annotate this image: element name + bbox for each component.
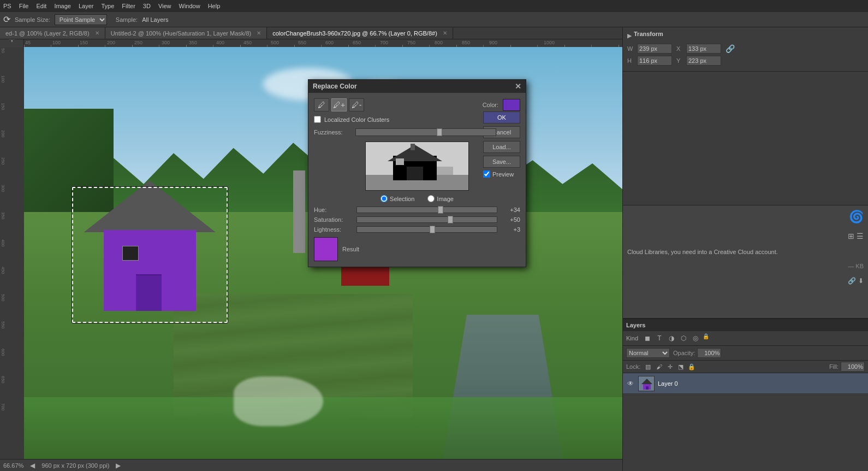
menu-3d[interactable]: 3D [143, 3, 151, 9]
tab-3[interactable]: colorChangeBrush3-960x720.jpg @ 66.7% (L… [267, 27, 453, 39]
eyedropper-normal-btn[interactable]: 🖊 [314, 98, 329, 111]
tab-3-label: colorChangeBrush3-960x720.jpg @ 66.7% (L… [272, 30, 437, 37]
replace-color-dialog[interactable]: Replace Color ✕ OK Cancel Load... Save..… [308, 79, 526, 267]
tab-2-close[interactable]: ✕ [257, 30, 261, 36]
color-swatch[interactable] [503, 99, 520, 111]
download-btn[interactable]: ⬇ [858, 277, 864, 285]
menu-window[interactable]: Window [179, 3, 200, 9]
shape-filter-icon[interactable]: ⬡ [679, 333, 688, 343]
result-swatch[interactable] [314, 237, 338, 261]
selection-radio-item[interactable]: Selection [381, 195, 414, 202]
tabs-bar: ed-1 @ 100% (Layer 2, RGB/8) ✕ Untitled-… [0, 27, 622, 39]
barn-structure [84, 195, 216, 310]
adjustment-filter-icon[interactable]: ◑ [667, 333, 676, 343]
eyedropper-subtract-btn[interactable]: 🖊- [349, 98, 364, 111]
ps-logo[interactable]: PS [3, 3, 11, 9]
saturation-track[interactable] [356, 216, 497, 223]
y-input[interactable]: 223 px [686, 56, 721, 66]
grid-view-icon[interactable]: ⊞ [848, 232, 854, 240]
list-view-icon[interactable]: ☰ [857, 232, 864, 240]
layer-name: Layer 0 [658, 380, 678, 387]
menu-help[interactable]: Help [208, 3, 221, 9]
svg-rect-4 [407, 167, 423, 180]
width-input[interactable]: 239 px [637, 44, 672, 54]
height-input[interactable]: 116 px [637, 56, 672, 66]
eyedropper-row: 🖊 🖊+ 🖊- Color: [314, 98, 520, 111]
document-dimensions: 960 px x 720 px (300 ppi) [41, 462, 109, 469]
ruler-vertical: 50 100 150 200 250 300 350 400 450 500 5… [0, 47, 24, 459]
layer-thumbnail [638, 376, 655, 391]
load-button[interactable]: Load... [483, 141, 520, 153]
image-radio-item[interactable]: Image [427, 195, 454, 202]
lock-all-icon[interactable]: 🔒 [687, 362, 696, 371]
localized-clusters-label: Localized Color Clusters [324, 116, 389, 123]
windmill-pole [293, 170, 305, 253]
text-filter-icon[interactable]: T [655, 333, 664, 343]
preview-checkbox[interactable] [483, 170, 490, 178]
sample-size-select[interactable]: Point Sample [55, 14, 107, 25]
tab-2[interactable]: Untitled-2 @ 100% (Hue/Saturation 1, Lay… [105, 27, 267, 39]
tab-3-close[interactable]: ✕ [443, 30, 447, 36]
lightness-thumb[interactable] [430, 226, 435, 233]
x-input[interactable]: 133 px [686, 44, 721, 54]
menu-type[interactable]: Type [102, 3, 115, 9]
ok-button[interactable]: OK [483, 111, 520, 123]
hue-value: +34 [501, 207, 520, 213]
lock-filter-icon[interactable]: 🔒 [703, 333, 709, 343]
saturation-label: Saturation: [314, 216, 353, 223]
menu-view[interactable]: View [158, 3, 171, 9]
layer-filter-icons: ◼ T ◑ ⬡ ◎ 🔒 [643, 333, 709, 343]
pixel-filter-icon[interactable]: ◼ [643, 333, 652, 343]
lightness-track[interactable] [356, 226, 497, 233]
saturation-value: +50 [501, 216, 520, 223]
width-field: W 239 px [627, 44, 672, 54]
smart-filter-icon[interactable]: ◎ [691, 333, 700, 343]
link-btn[interactable]: 🔗 [848, 277, 856, 285]
wildflowers [234, 376, 323, 426]
link-icon[interactable]: 🔗 [726, 44, 735, 53]
layer-visibility-toggle[interactable]: 👁 [626, 379, 635, 388]
eye-icon: 👁 [627, 380, 634, 387]
fuzziness-thumb[interactable] [437, 128, 442, 136]
lock-transparent-icon[interactable]: ▧ [644, 362, 652, 371]
opacity-input[interactable]: 100% [697, 348, 721, 358]
selection-radio[interactable] [381, 195, 388, 202]
saturation-thumb[interactable] [448, 216, 453, 223]
lock-paint-icon[interactable]: 🖌 [655, 362, 663, 371]
zoom-nav-right[interactable]: ▶ [116, 462, 121, 469]
lock-position-icon[interactable]: ✛ [665, 362, 674, 371]
cloud-libraries-message: Cloud Libraries, you need into a Creativ… [627, 248, 864, 256]
zoom-nav-left[interactable]: ◀ [30, 462, 35, 469]
dialog-close-button[interactable]: ✕ [515, 82, 521, 91]
tab-1[interactable]: ed-1 @ 100% (Layer 2, RGB/8) ✕ [0, 27, 105, 39]
svg-rect-5 [396, 158, 404, 165]
eyedropper-add-icon: 🖊+ [333, 101, 345, 109]
menu-edit[interactable]: Edit [36, 3, 46, 9]
menu-layer[interactable]: Layer [79, 3, 94, 9]
barn-window [122, 246, 139, 261]
menu-image[interactable]: Image [54, 3, 71, 9]
layer-0-item[interactable]: 👁 Layer 0 [623, 373, 868, 394]
eyedropper-add-btn[interactable]: 🖊+ [331, 98, 347, 111]
save-button[interactable]: Save... [483, 156, 520, 168]
hue-thumb[interactable] [438, 206, 443, 214]
tab-1-close[interactable]: ✕ [95, 30, 99, 36]
fill-input[interactable]: 100% [841, 362, 865, 372]
options-bar: ⟳ Sample Size: Point Sample Sample: All … [0, 12, 868, 27]
menu-filter[interactable]: Filter [122, 3, 135, 9]
blend-mode-select[interactable]: Normal [626, 348, 670, 358]
fuzziness-track[interactable] [355, 128, 496, 136]
dialog-title-bar[interactable]: Replace Color ✕ [308, 80, 526, 93]
result-label: Result [342, 246, 359, 252]
lock-label: Lock: [626, 363, 640, 370]
menu-file[interactable]: File [19, 3, 29, 9]
saturation-row: Saturation: +50 [314, 216, 520, 223]
hue-track[interactable] [356, 207, 497, 213]
barn-body [104, 230, 196, 311]
localized-clusters-checkbox[interactable] [314, 116, 321, 123]
lock-artboard-icon[interactable]: ⬔ [676, 362, 685, 371]
lock-row: Lock: ▧ 🖌 ✛ ⬔ 🔒 Fill: 100% [623, 361, 868, 373]
transform-wh-row: W 239 px X 133 px 🔗 [627, 44, 864, 54]
lightness-label: Lightness: [314, 226, 353, 233]
image-radio[interactable] [427, 195, 435, 202]
